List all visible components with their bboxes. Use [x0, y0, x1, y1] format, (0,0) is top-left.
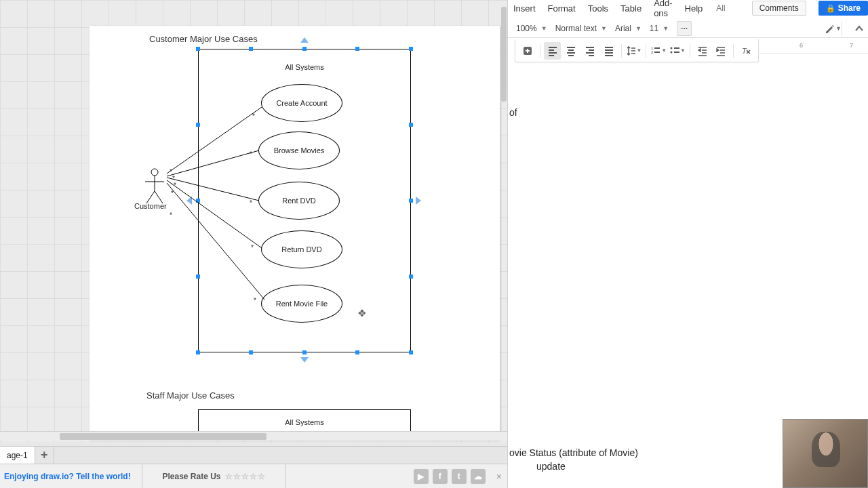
scrollbar-thumb[interactable] — [60, 433, 267, 440]
page-tab[interactable]: age-1 — [0, 447, 35, 464]
canvas-vertical-scrollbar[interactable] — [499, 0, 507, 439]
rate-label: Please Rate Us — [162, 472, 220, 481]
ruler-tick: 7 — [850, 42, 853, 49]
multiplicity: * — [250, 150, 252, 158]
menu-help[interactable]: Help — [685, 3, 703, 14]
numbered-list-button[interactable]: 12▼ — [650, 42, 667, 60]
numbered-list-icon: 12 — [650, 45, 661, 56]
menu-table[interactable]: Table — [620, 3, 642, 14]
align-left-icon — [547, 45, 558, 56]
increase-indent-icon — [715, 45, 726, 56]
hide-menus-button[interactable] — [850, 21, 868, 36]
font-family-dropdown[interactable]: Arial▼ — [615, 24, 642, 33]
caret-down-icon: ▼ — [541, 25, 547, 32]
multiplicity: * — [254, 297, 256, 304]
align-center-button[interactable] — [562, 42, 580, 60]
drawio-canvas[interactable]: Customer Major Use Cases Staff Major Use… — [0, 0, 507, 442]
align-right-icon — [585, 45, 595, 56]
caret-down-icon: ▼ — [601, 25, 607, 32]
close-promo-button[interactable]: × — [491, 471, 507, 482]
menu-tools[interactable]: Tools — [588, 3, 608, 14]
font-value: Arial — [615, 24, 631, 33]
clear-formatting-button[interactable]: T — [737, 42, 755, 60]
promo-link[interactable]: Enjoying draw.io? Tell the world! — [0, 464, 142, 488]
menu-insert[interactable]: Insert — [513, 3, 536, 14]
webcam-overlay — [783, 419, 868, 488]
bulleted-list-button[interactable]: ▼ — [669, 42, 686, 60]
line-spacing-button[interactable]: ▼ — [625, 42, 643, 60]
comments-button[interactable]: Comments — [752, 1, 806, 16]
align-justify-icon — [604, 45, 614, 56]
caret-down-icon: ▼ — [637, 47, 642, 54]
rating-stars-icon[interactable]: ☆☆☆☆☆ — [225, 472, 266, 481]
svg-line-6 — [167, 150, 259, 176]
youtube-icon[interactable]: ▶ — [414, 469, 429, 484]
drawio-statusbar: Enjoying draw.io? Tell the world! Please… — [0, 464, 507, 488]
docs-ruler[interactable]: 6 7 — [759, 40, 868, 54]
caret-down-icon: ▼ — [680, 47, 686, 54]
system-boundary-staff-label: All Systems — [199, 418, 410, 426]
caret-down-icon: ▼ — [663, 25, 669, 32]
menu-addons[interactable]: Add-ons — [654, 0, 672, 18]
svg-point-15 — [671, 47, 673, 49]
menu-format[interactable]: Format — [548, 3, 576, 14]
lock-icon: 🔒 — [826, 4, 835, 13]
caret-down-icon: ▼ — [661, 47, 667, 54]
drawio-panel: Customer Major Use Cases Staff Major Use… — [0, 0, 507, 488]
align-justify-button[interactable] — [600, 42, 618, 60]
style-value: Normal text — [555, 24, 597, 33]
docs-toolbar-primary: 100%▼ Normal text▼ Arial▼ 11▼ ··· ▼ — [508, 19, 868, 38]
decrease-indent-button[interactable] — [694, 42, 711, 60]
multiplicity: * — [171, 190, 174, 197]
pencil-icon — [825, 23, 834, 34]
google-docs-panel: Insert Format Tools Table Add-ons Help A… — [507, 0, 868, 488]
align-left-button[interactable] — [544, 42, 561, 60]
toolbar-more-button[interactable]: ··· — [677, 21, 692, 36]
page-tab-label: age-1 — [7, 451, 28, 460]
increase-indent-button[interactable] — [713, 42, 730, 60]
svg-text:2: 2 — [651, 50, 654, 54]
align-right-button[interactable] — [581, 42, 599, 60]
editing-mode-button[interactable]: ▼ — [825, 21, 842, 36]
docs-menubar: Insert Format Tools Table Add-ons Help A… — [508, 0, 868, 16]
promo-label: Enjoying draw.io? Tell the world! — [4, 472, 131, 481]
rate-us[interactable]: Please Rate Us ☆☆☆☆☆ — [142, 464, 286, 488]
drawio-tabbar: age-1 + — [0, 446, 507, 464]
multiplicity: * — [251, 244, 254, 251]
zoom-dropdown[interactable]: 100%▼ — [516, 24, 547, 33]
share-button[interactable]: 🔒Share — [818, 1, 868, 16]
github-icon[interactable]: ☁ — [471, 469, 486, 484]
doc-text-line: ovie Status (attribute of Movie) — [509, 447, 638, 458]
move-cursor-icon: ✥ — [358, 308, 366, 319]
canvas-horizontal-scrollbar[interactable] — [0, 431, 507, 441]
more-icon: ··· — [681, 24, 688, 33]
docs-toolbar-secondary: ▼ 12▼ ▼ T — [515, 39, 759, 62]
size-value: 11 — [650, 24, 658, 33]
font-size-dropdown[interactable]: 11▼ — [650, 24, 669, 33]
facebook-icon[interactable]: f — [433, 469, 448, 484]
multiplicity: * — [174, 182, 176, 189]
comments-label: Comments — [760, 3, 799, 13]
save-status: All change… — [716, 3, 727, 13]
doc-text-line: update — [536, 461, 566, 472]
svg-text:T: T — [742, 47, 747, 55]
svg-line-5 — [167, 107, 262, 174]
add-page-button[interactable]: + — [35, 447, 54, 464]
twitter-icon[interactable]: t — [452, 469, 467, 484]
ruler-tick: 6 — [800, 42, 803, 49]
add-comment-button[interactable] — [519, 42, 536, 60]
svg-line-8 — [167, 180, 262, 248]
caret-down-icon: ▼ — [835, 25, 842, 32]
zoom-value: 100% — [516, 24, 537, 33]
decrease-indent-icon — [697, 45, 708, 56]
doc-text-fragment: of — [509, 107, 517, 118]
paragraph-style-dropdown[interactable]: Normal text▼ — [555, 24, 607, 33]
social-icons: ▶ f t ☁ — [414, 469, 491, 484]
caret-down-icon: ▼ — [635, 25, 642, 32]
bulleted-list-icon — [669, 45, 680, 56]
svg-point-16 — [671, 51, 673, 53]
multiplicity: * — [250, 199, 252, 207]
scrollbar-thumb[interactable] — [501, 7, 507, 102]
add-comment-icon — [522, 45, 533, 56]
line-spacing-icon — [626, 45, 637, 56]
